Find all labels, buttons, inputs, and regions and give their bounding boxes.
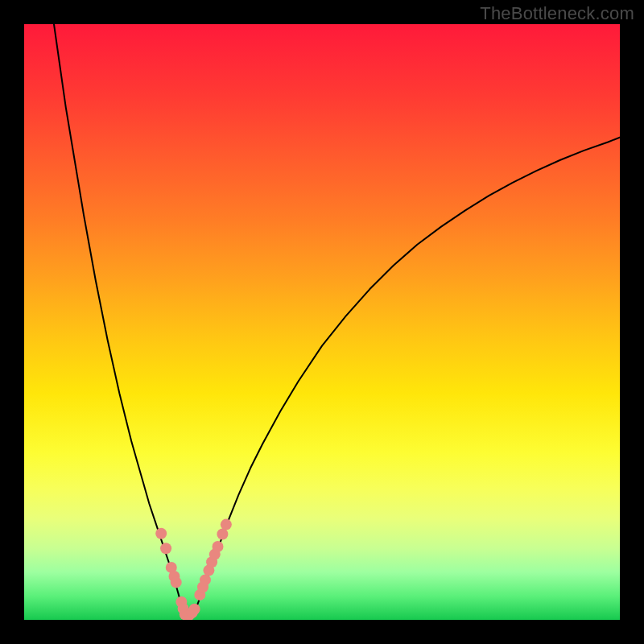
marker-point — [213, 541, 224, 552]
bottleneck-curve — [54, 24, 620, 618]
marker-point — [171, 576, 182, 588]
chart-frame: TheBottleneck.com — [0, 0, 644, 644]
marker-point — [155, 528, 167, 539]
plot-area — [24, 24, 620, 620]
curve-line — [54, 24, 620, 618]
marker-point — [160, 543, 171, 554]
marker-point — [189, 604, 200, 615]
chart-svg — [24, 24, 620, 620]
watermark-text: TheBottleneck.com — [480, 3, 634, 24]
marker-group — [155, 519, 232, 620]
marker-point — [221, 519, 232, 530]
